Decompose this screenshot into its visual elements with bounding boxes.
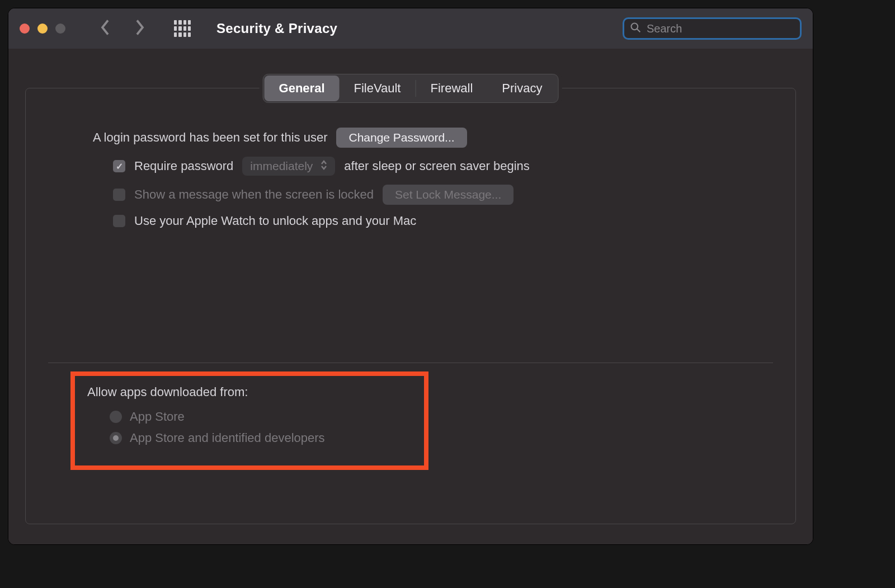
titlebar: Security & Privacy <box>8 8 813 49</box>
change-password-button[interactable]: Change Password... <box>336 128 467 148</box>
svg-point-0 <box>632 23 638 30</box>
show-message-label: Show a message when the screen is locked <box>134 187 374 202</box>
forward-button[interactable] <box>134 19 146 38</box>
tab-privacy[interactable]: Privacy <box>487 76 557 101</box>
show-message-checkbox[interactable] <box>113 189 125 201</box>
close-window-button[interactable] <box>20 23 30 34</box>
general-section: A login password has been set for this u… <box>48 88 773 228</box>
back-button[interactable] <box>99 19 111 38</box>
allow-appstore-radio[interactable] <box>110 411 122 423</box>
login-password-row: A login password has been set for this u… <box>93 128 773 148</box>
require-password-delay-select[interactable]: immediately <box>242 157 335 176</box>
allow-identified-row: App Store and identified developers <box>110 431 412 445</box>
search-input[interactable] <box>647 22 794 35</box>
apple-watch-label: Use your Apple Watch to unlock apps and … <box>134 214 416 228</box>
allow-appstore-row: App Store <box>110 410 412 424</box>
search-icon <box>630 22 641 35</box>
nav-arrows <box>99 19 146 38</box>
login-password-text: A login password has been set for this u… <box>93 130 327 145</box>
section-divider <box>48 363 773 363</box>
allow-identified-label: App Store and identified developers <box>130 431 325 445</box>
tab-bar: General FileVault Firewall Privacy <box>263 74 559 103</box>
updown-caret-icon <box>321 159 327 173</box>
allow-appstore-label: App Store <box>130 410 185 424</box>
window-title: Security & Privacy <box>216 21 337 36</box>
window-controls <box>20 23 65 34</box>
content-area: General FileVault Firewall Privacy A log… <box>8 49 813 545</box>
allow-apps-title: Allow apps downloaded from: <box>87 385 412 399</box>
apple-watch-row: Use your Apple Watch to unlock apps and … <box>113 214 773 228</box>
require-password-delay-value: immediately <box>250 159 313 173</box>
require-password-label: Require password <box>134 159 233 173</box>
security-privacy-window: Security & Privacy General FileVault Fir… <box>8 8 813 545</box>
require-password-row: Require password immediately after sleep… <box>113 157 773 176</box>
search-field-container[interactable] <box>623 17 802 40</box>
apple-watch-checkbox[interactable] <box>113 215 125 227</box>
set-lock-message-button[interactable]: Set Lock Message... <box>383 185 514 205</box>
minimize-window-button[interactable] <box>37 23 48 34</box>
tab-general[interactable]: General <box>265 76 340 101</box>
tab-filevault[interactable]: FileVault <box>340 76 416 101</box>
maximize-window-button[interactable] <box>55 23 65 34</box>
svg-line-1 <box>637 29 640 32</box>
allow-apps-highlight-box: Allow apps downloaded from: App Store Ap… <box>70 371 428 470</box>
settings-panel: General FileVault Firewall Privacy A log… <box>25 88 796 524</box>
show-all-preferences-icon[interactable] <box>174 20 191 37</box>
allow-identified-radio[interactable] <box>110 432 122 444</box>
require-password-checkbox[interactable] <box>113 160 125 172</box>
after-sleep-label: after sleep or screen saver begins <box>344 159 529 173</box>
show-message-row: Show a message when the screen is locked… <box>113 185 773 205</box>
tab-firewall[interactable]: Firewall <box>416 76 487 101</box>
